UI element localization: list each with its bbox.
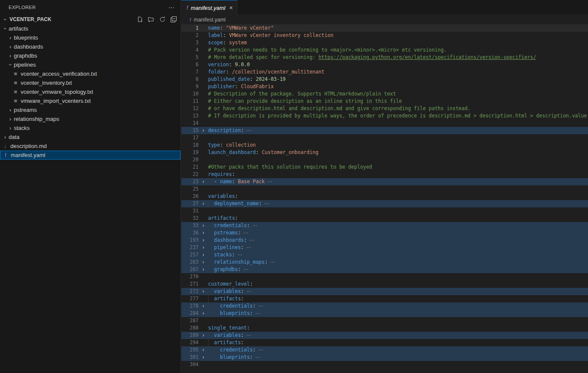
fold-chevron-icon[interactable]: › [199,251,208,259]
chevron-right-icon[interactable]: › [7,125,14,131]
code-editor[interactable]: 1name: "VMWare vCenter"2label: VMWare vC… [181,25,588,368]
code-line[interactable]: 284›blueprints:⋯ [181,310,588,317]
code-line[interactable]: 15›description:⋯ [181,127,588,134]
code-line[interactable]: 21#Other packs that this solution requir… [181,163,588,171]
code-line[interactable]: 5# More detailed spec for versioning: ht… [181,54,588,61]
more-actions-icon[interactable]: ⋯ [168,4,174,11]
tree-item-dashboards[interactable]: ›dashboards [0,42,180,51]
fold-chevron-icon[interactable]: › [199,127,208,134]
code-line[interactable]: 13# If description is provided by multip… [181,112,588,120]
chevron-right-icon[interactable]: › [7,35,14,40]
folded-code-ellipsis[interactable]: ⋯ [246,332,252,338]
code-line[interactable]: 304 [181,361,588,368]
code-line[interactable]: 8published_date: 2024-03-19 [181,76,588,83]
fold-chevron-icon[interactable]: › [199,354,208,361]
fold-chevron-icon[interactable]: › [199,237,208,244]
code-line[interactable]: 23›- name: Base Pack⋯ [181,178,588,185]
breadcrumb[interactable]: ! manifest.yaml [181,15,588,25]
fold-chevron-icon[interactable]: › [199,259,208,266]
close-icon[interactable]: × [229,4,233,11]
breadcrumb-file[interactable]: manifest.yaml [194,17,226,23]
folded-code-ellipsis[interactable]: ⋯ [252,222,258,228]
code-line[interactable]: 257›stacks:⋯ [181,251,588,259]
new-folder-icon[interactable] [148,16,155,23]
fold-chevron-icon[interactable]: › [199,310,208,317]
code-line[interactable]: 289›variables:⋯ [181,332,588,339]
tree-item-manifest.yaml[interactable]: !manifest.yaml [0,151,180,160]
code-line[interactable]: 277artifacts: [181,295,588,302]
code-line[interactable]: 31 [181,207,588,215]
code-line[interactable]: 22requires: [181,171,588,178]
code-line[interactable]: 294artifacts: [181,339,588,346]
code-line[interactable]: 32artifacts: [181,215,588,222]
code-line[interactable]: 237›pipelines:⋯ [181,244,588,251]
fold-chevron-icon[interactable]: › [199,222,208,229]
tree-item-description.md[interactable]: ↓description.md [0,142,180,151]
folded-code-ellipsis[interactable]: ⋯ [258,303,264,309]
code-line[interactable]: 270 [181,273,588,281]
tree-item-vcenter_vmware_topology.txt[interactable]: ≡vcenter_vmware_topology.txt [0,87,180,96]
chevron-down-icon[interactable]: › [3,25,8,32]
chevron-right-icon[interactable]: › [7,107,14,113]
code-line[interactable]: 193›dashboards:⋯ [181,237,588,244]
code-line[interactable]: 25 [181,185,588,193]
tree-item-data[interactable]: ›data [0,133,180,142]
code-line[interactable]: 2label: VMWare vCenter inventory collect… [181,32,588,39]
folded-code-ellipsis[interactable]: ⋯ [270,259,276,265]
tree-item-pipelines[interactable]: ›pipelines [0,60,180,69]
tree-item-graphdbs[interactable]: ›graphdbs [0,51,180,60]
code-line[interactable]: 10# Description of the package. Supports… [181,90,588,98]
code-line[interactable]: 263›relationship_maps:⋯ [181,259,588,266]
code-line[interactable]: 295›credentials:⋯ [181,346,588,354]
code-line[interactable]: 14 [181,120,588,127]
fold-chevron-icon[interactable]: › [199,178,208,185]
tree-item-stacks[interactable]: ›stacks [0,123,180,133]
tree-item-vcenter_access_verification.txt[interactable]: ≡vcenter_access_verification.txt [0,69,180,78]
code-line[interactable]: 11# Either can provide description as an… [181,98,588,105]
code-line[interactable]: 271customer_level: [181,281,588,288]
folded-code-ellipsis[interactable]: ⋯ [264,200,270,207]
comment-link[interactable]: https://packaging.python.org/en/latest/s… [318,54,536,60]
fold-chevron-icon[interactable]: › [199,346,208,354]
chevron-right-icon[interactable]: › [2,134,9,140]
tree-item-artifacts[interactable]: ›artifacts [0,24,180,33]
code-line[interactable]: 7folder: /collection/vcenter_multitenant [181,68,588,76]
folded-code-ellipsis[interactable]: ⋯ [255,354,261,360]
code-line[interactable]: 36›pstreams:⋯ [181,229,588,237]
folded-code-ellipsis[interactable]: ⋯ [246,127,252,133]
code-line[interactable]: 19launch_dashboard: Customer_onboarding [181,149,588,156]
tree-item-vcenter_inventory.txt[interactable]: ≡vcenter_inventory.txt [0,78,180,87]
code-line[interactable]: 4# Pack version needs to be conforming t… [181,46,588,54]
fold-chevron-icon[interactable]: › [199,332,208,339]
folded-code-ellipsis[interactable]: ⋯ [255,310,261,316]
folded-code-ellipsis[interactable]: ⋯ [243,230,249,236]
code-line[interactable]: 287 [181,317,588,324]
code-line[interactable]: 17 [181,134,588,142]
folded-code-ellipsis[interactable]: ⋯ [246,288,252,294]
new-file-icon[interactable] [137,16,143,23]
code-line[interactable]: 12# or have description.html and descrip… [181,105,588,112]
fold-chevron-icon[interactable]: › [199,266,208,273]
fold-chevron-icon[interactable]: › [199,244,208,251]
folded-code-ellipsis[interactable]: ⋯ [246,244,252,250]
code-line[interactable]: 26variables: [181,193,588,200]
code-line[interactable]: 267›graphdbs:⋯ [181,266,588,273]
folded-code-ellipsis[interactable]: ⋯ [258,347,264,353]
code-line[interactable]: 272›variables:⋯ [181,288,588,295]
collapse-all-icon[interactable] [170,16,177,23]
fold-chevron-icon[interactable]: › [199,229,208,237]
code-line[interactable]: 9publisher: CloudFabrix [181,83,588,90]
tree-item-blueprints[interactable]: ›blueprints [0,33,180,42]
folded-code-ellipsis[interactable]: ⋯ [249,237,255,243]
code-line[interactable]: 20 [181,156,588,163]
folded-code-ellipsis[interactable]: ⋯ [243,266,249,272]
code-line[interactable]: 301›blueprints:⋯ [181,354,588,361]
code-line[interactable]: 18type: collection [181,142,588,149]
code-line[interactable]: 33›credentials:⋯ [181,222,588,229]
chevron-down-icon[interactable]: › [3,16,8,23]
fold-chevron-icon[interactable]: › [199,200,208,207]
tab-manifest-yaml[interactable]: ! manifest.yaml × [181,0,237,15]
code-line[interactable]: 288single_tenant: [181,324,588,332]
code-line[interactable]: 27›deployment_name:⋯ [181,200,588,207]
tree-item-vmware_import_vcenters.txt[interactable]: ≡vmware_import_vcenters.txt [0,96,180,105]
